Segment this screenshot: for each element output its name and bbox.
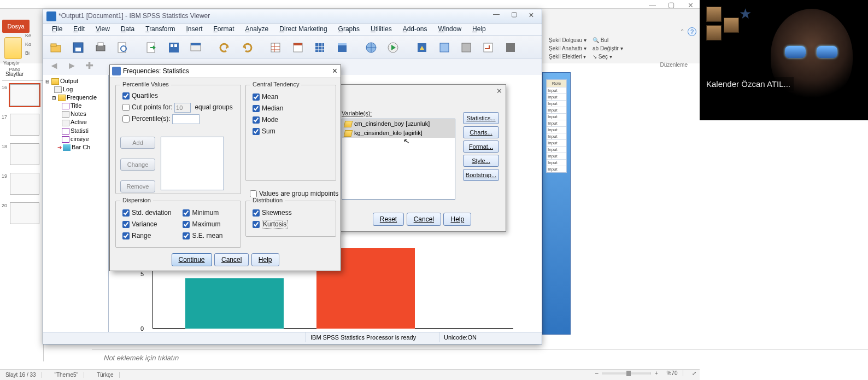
ribbon-collapse-icon[interactable]: ⌃ <box>680 28 684 34</box>
se-checkbox[interactable]: S.E. mean <box>180 231 237 241</box>
tree-item[interactable]: Frequencie <box>67 94 97 101</box>
notes-pane[interactable] <box>92 349 868 368</box>
spss-titlebar[interactable]: *Output1 [Document1] - IBM SPSS Statisti… <box>43 9 542 24</box>
quartiles-checkbox[interactable]: Quartiles <box>120 91 241 101</box>
shape-fill-button[interactable]: Şekil Dolgusu ▾ <box>549 37 593 43</box>
range-checkbox[interactable]: Range <box>120 231 178 241</box>
mode-checkbox[interactable]: Mode <box>250 115 331 125</box>
menu-data[interactable]: Data <box>115 24 140 34</box>
charts-button[interactable]: Charts... <box>463 126 499 138</box>
spss-toolbar[interactable] <box>43 36 542 59</box>
preview-icon[interactable] <box>113 38 131 56</box>
menu-transform[interactable]: Transform <box>140 24 180 34</box>
spss-minimize-button[interactable]: — <box>488 10 505 21</box>
undo-icon[interactable] <box>215 38 233 56</box>
tree-item[interactable]: cinsiye <box>71 136 89 142</box>
stats-help-button[interactable]: Help <box>251 253 279 266</box>
zoom-control[interactable]: – + %70 ⤢ <box>595 368 696 379</box>
run-icon[interactable] <box>383 38 402 56</box>
median-checkbox[interactable]: Median <box>250 103 331 114</box>
variance-checkbox[interactable]: Variance <box>120 219 178 230</box>
style-button[interactable]: Style... <box>463 155 499 167</box>
save-icon[interactable] <box>68 38 87 56</box>
menu-graphs[interactable]: Graphs <box>333 24 365 34</box>
menu-view[interactable]: View <box>90 24 115 34</box>
menu-file[interactable]: File <box>46 24 68 34</box>
slide-thumb[interactable]: 20 <box>10 202 39 224</box>
globe-icon[interactable] <box>361 38 380 56</box>
continue-button[interactable]: Continue <box>172 253 212 266</box>
replace-button[interactable]: ab Değiştir ▾ <box>593 45 623 51</box>
menu-utilities[interactable]: Utilities <box>365 24 397 34</box>
spss-maximize-button[interactable]: ▢ <box>506 10 522 21</box>
percentiles-checkbox[interactable]: Percentile(s): <box>120 114 241 124</box>
value-labels-icon[interactable] <box>456 38 475 56</box>
tree-item[interactable]: Statisti <box>71 127 89 134</box>
variables-icon[interactable] <box>310 38 329 56</box>
format-button[interactable]: Format... <box>463 141 499 153</box>
nav-back-icon[interactable]: ◄ <box>46 60 62 74</box>
statistics-button[interactable]: Statistics... <box>463 112 499 124</box>
designate-icon[interactable] <box>478 38 497 56</box>
sum-checkbox[interactable]: Sum <box>250 126 331 137</box>
slide-thumb[interactable]: 16 <box>10 84 39 106</box>
percentile-list[interactable] <box>161 137 224 190</box>
menu-analyze[interactable]: Analyze <box>240 24 274 34</box>
tree-item[interactable]: Notes <box>71 110 86 117</box>
stats-close-button[interactable]: × <box>332 66 337 76</box>
help-icon[interactable]: ? <box>688 27 696 36</box>
spss-menubar[interactable]: FileEditViewDataTransformInsertFormatAna… <box>43 24 542 36</box>
notes-input[interactable] <box>103 353 321 363</box>
variables-listbox[interactable]: cm_cinsinden_boy [uzunluk] kg_cinsinden_… <box>342 119 455 200</box>
menu-format[interactable]: Format <box>208 24 240 34</box>
freq-close-button[interactable]: ✕ <box>496 87 502 95</box>
percentile-input[interactable] <box>172 114 200 124</box>
menu-insert[interactable]: Insert <box>180 24 208 34</box>
goto-data-icon[interactable] <box>266 38 284 56</box>
skewness-checkbox[interactable]: Skewness <box>250 208 331 218</box>
reset-button[interactable]: Reset <box>373 213 404 226</box>
recall-icon[interactable] <box>164 38 183 56</box>
change-button[interactable]: Change <box>120 159 155 171</box>
menu-help[interactable]: Help <box>467 24 491 34</box>
shape-effects-button[interactable]: Şekil Efektleri ▾ <box>549 54 593 60</box>
cutpoints-input[interactable] <box>174 103 191 113</box>
redo-icon[interactable] <box>237 38 256 56</box>
menu-window[interactable]: Window <box>432 24 467 34</box>
split-icon[interactable] <box>435 38 453 56</box>
last-icon[interactable] <box>501 38 519 56</box>
menu-add-ons[interactable]: Add-ons <box>397 24 433 34</box>
slide-thumb[interactable]: 18 <box>10 143 39 165</box>
mean-checkbox[interactable]: Mean <box>250 92 331 102</box>
shape-outline-button[interactable]: Şekil Anahattı ▾ <box>549 45 593 51</box>
nav-fwd-icon[interactable]: ► <box>64 60 79 74</box>
weightcases-icon[interactable] <box>412 38 431 56</box>
tree-root[interactable]: Output <box>60 78 78 84</box>
slide-thumbnails[interactable]: 16 17 18 19 20 <box>0 81 44 361</box>
add-button[interactable]: Add <box>120 137 155 149</box>
cutpoints-checkbox[interactable]: Cut points for: equal groups <box>120 102 241 113</box>
variable-row[interactable]: cm_cinsinden_boy [uzunluk] <box>342 119 455 128</box>
remove-button[interactable]: Remove <box>120 180 155 192</box>
bootstrap-button[interactable]: Bootstrap... <box>463 169 499 181</box>
file-tab[interactable]: Dosya <box>2 20 30 33</box>
pp-minimize-button[interactable]: — <box>649 1 656 9</box>
stats-cancel-button[interactable]: Cancel <box>214 253 249 266</box>
slide-thumb[interactable]: 17 <box>10 114 39 136</box>
export-icon[interactable] <box>142 38 160 56</box>
variable-row[interactable]: kg_cinsinden_kilo [agirlik] <box>342 128 455 138</box>
open-icon[interactable] <box>46 38 65 56</box>
tree-item[interactable]: Active <box>71 119 87 125</box>
goto-case-icon[interactable] <box>288 38 307 56</box>
std-checkbox[interactable]: Std. deviation <box>120 208 178 218</box>
min-checkbox[interactable]: Minimum <box>180 208 237 218</box>
print-icon[interactable] <box>91 38 109 56</box>
spss-close-button[interactable]: × <box>523 10 539 21</box>
menu-direct-marketing[interactable]: Direct Marketing <box>274 24 332 34</box>
find-button[interactable]: 🔍 Bul <box>593 37 608 43</box>
kurtosis-checkbox[interactable]: Kurtosis <box>250 219 331 230</box>
max-checkbox[interactable]: Maximum <box>180 219 237 230</box>
help-button[interactable]: Help <box>443 213 471 226</box>
spss-outline-tree[interactable]: ⊟ Output Log ⊟ Frequencie Title Notes Ac… <box>43 75 109 332</box>
nav-up-icon[interactable]: ✚ <box>82 60 97 74</box>
